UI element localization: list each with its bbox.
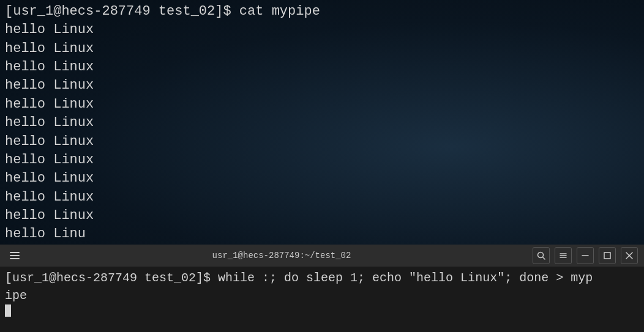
maximize-button[interactable] [599, 247, 616, 264]
top-terminal-pane: [usr_1@hecs-287749 test_02]$ cat mypipe … [0, 0, 644, 245]
bottom-terminal-pane: usr_1@hecs-287749:~/test_02 [0, 245, 644, 332]
output-line-2: hello Linux [5, 40, 639, 58]
output-line-9: hello Linux [5, 169, 639, 188]
command-line-2-text: ipe [5, 287, 27, 304]
top-prompt-line: [usr_1@hecs-287749 test_02]$ cat mypipe [5, 2, 639, 21]
command-line-1: [usr_1@hecs-287749 test_02]$ while :; do… [5, 269, 639, 287]
output-line-4: hello Linux [5, 76, 639, 95]
menu-button[interactable] [555, 247, 572, 264]
minimize-button[interactable] [577, 247, 594, 264]
output-line-10: hello Linux [5, 188, 639, 207]
output-line-6: hello Linux [5, 114, 639, 132]
svg-line-1 [543, 257, 545, 260]
svg-rect-6 [604, 253, 610, 259]
terminal-input-area[interactable]: [usr_1@hecs-287749 test_02]$ while :; do… [0, 267, 644, 332]
output-line-8: hello Linux [5, 151, 639, 169]
output-line-3: hello Linux [5, 58, 639, 76]
title-bar-left [6, 247, 31, 264]
output-line-7: hello Linux [5, 133, 639, 151]
output-line-1: hello Linux [5, 21, 639, 39]
terminal-cursor [5, 304, 11, 317]
output-line-11: hello Linux [5, 207, 639, 225]
cursor-row [5, 304, 639, 317]
search-button[interactable] [533, 247, 550, 264]
close-button[interactable] [621, 247, 638, 264]
hamburger-menu-icon[interactable] [6, 247, 23, 264]
title-bar-controls [533, 247, 638, 264]
output-line-12-partial: hello Linu [5, 225, 639, 243]
command-line-2: ipe [5, 287, 639, 304]
output-line-5: hello Linux [5, 95, 639, 114]
title-bar: usr_1@hecs-287749:~/test_02 [0, 245, 644, 267]
window-title: usr_1@hecs-287749:~/test_02 [31, 251, 533, 260]
